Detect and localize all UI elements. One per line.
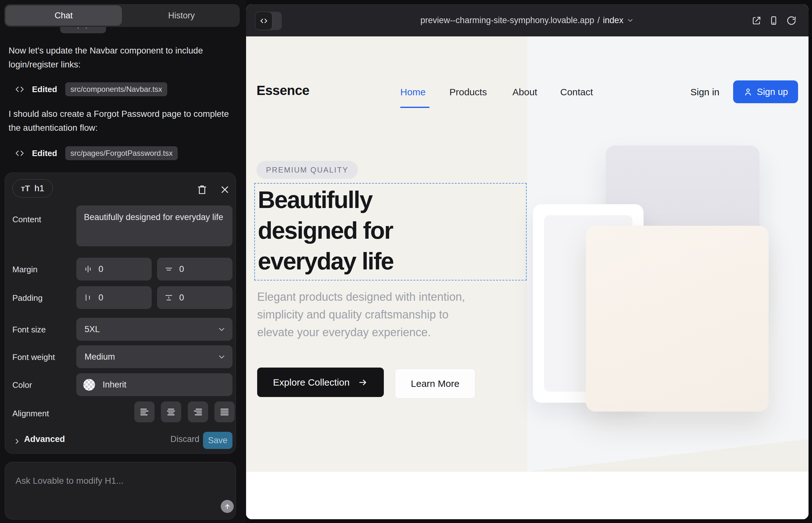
- mobile-view-button[interactable]: [769, 16, 779, 26]
- hero-heading-line: designed for: [258, 215, 393, 246]
- advanced-toggle[interactable]: Advanced: [24, 434, 65, 444]
- margin-y-value: 0: [179, 264, 184, 274]
- hero-description: Elegant products designed with intention…: [257, 288, 465, 341]
- refresh-icon: [786, 16, 796, 26]
- chevron-down-icon: [217, 353, 226, 361]
- edited-label: Edited: [32, 148, 57, 158]
- file-chip[interactable]: src/components/Navbar.tsx: [65, 82, 167, 96]
- user-icon: [743, 87, 753, 96]
- nav-about[interactable]: About: [512, 87, 537, 97]
- alignment-label: Alignment: [12, 409, 49, 418]
- chat-composer: Ask Lovable to modify H1... Attach Edit …: [5, 462, 236, 520]
- edited-label: Edited: [32, 85, 57, 94]
- trash-icon: [196, 183, 208, 196]
- hero-heading-line: everyday life: [258, 246, 393, 276]
- element-tag: h1: [35, 183, 44, 194]
- chat-history-tabs: Chat History: [4, 4, 240, 27]
- selection-outline[interactable]: Beautifully designed for everyday life: [254, 183, 527, 281]
- content-label: Content: [12, 215, 41, 224]
- align-justify-button[interactable]: [214, 401, 235, 422]
- align-center-button[interactable]: [161, 401, 181, 422]
- color-value: Inherit: [103, 380, 126, 390]
- chevron-down-icon: [626, 16, 634, 24]
- edited-file-row: Edited src/pages/ForgotPassword.tsx: [14, 146, 178, 160]
- font-weight-select[interactable]: Medium: [76, 345, 232, 368]
- composer-input[interactable]: Ask Lovable to modify H1...: [16, 476, 124, 486]
- nav-products[interactable]: Products: [449, 87, 487, 97]
- font-size-value: 5XL: [85, 325, 100, 334]
- hero-heading-line: Beautifully: [258, 184, 393, 215]
- explore-collection-button[interactable]: Explore Collection: [257, 367, 384, 397]
- nav-home[interactable]: Home: [400, 87, 426, 97]
- margin-x-input[interactable]: 0: [76, 258, 152, 281]
- chevron-down-icon: [217, 325, 226, 334]
- file-chip[interactable]: src/pages/ForgotPassword.tsx: [65, 146, 178, 160]
- explore-collection-label: Explore Collection: [273, 377, 350, 388]
- browser-chrome: preview--charming-site-symphony.lovable.…: [246, 4, 809, 36]
- discard-button[interactable]: Discard: [170, 434, 199, 444]
- preview-panel: preview--charming-site-symphony.lovable.…: [246, 4, 809, 519]
- color-label: Color: [12, 380, 32, 390]
- arrow-up-icon: [224, 503, 231, 510]
- margin-x-value: 0: [99, 264, 103, 274]
- send-button[interactable]: [221, 500, 234, 513]
- arrow-right-icon: [358, 377, 368, 387]
- decorative-wedge: [527, 439, 809, 472]
- align-center-icon: [166, 407, 176, 417]
- tab-history[interactable]: History: [124, 5, 239, 26]
- code-icon: [14, 148, 25, 159]
- premium-quality-badge: PREMIUM QUALITY: [257, 161, 358, 179]
- nav-active-underline: [400, 107, 429, 108]
- site-bottom-area: [246, 472, 809, 519]
- open-in-new-tab-button[interactable]: [752, 16, 762, 26]
- font-size-label: Font size: [12, 325, 46, 335]
- app-root: Chat History · · Now let's update the Na…: [0, 0, 812, 523]
- hero-section: Essence Home Products About Contact Sign…: [246, 36, 809, 472]
- margin-horizontal-icon: [83, 264, 93, 274]
- font-weight-value: Medium: [85, 352, 115, 362]
- align-right-button[interactable]: [188, 401, 208, 422]
- align-right-icon: [193, 407, 203, 417]
- clipped-file-chip: · ·: [60, 27, 106, 33]
- text-type-icon: тT: [21, 184, 30, 194]
- padding-x-input[interactable]: 0: [76, 286, 152, 309]
- hero-heading: Beautifully designed for everyday life: [258, 184, 393, 276]
- learn-more-button[interactable]: Learn More: [395, 368, 475, 399]
- font-weight-label: Font weight: [12, 353, 55, 362]
- url-bar[interactable]: preview--charming-site-symphony.lovable.…: [246, 4, 809, 36]
- hero-card-cream: [586, 226, 769, 412]
- url-host: preview--charming-site-symphony.lovable.…: [421, 16, 595, 25]
- code-icon: [14, 84, 25, 95]
- padding-horizontal-icon: [83, 293, 93, 302]
- sign-in-link[interactable]: Sign in: [690, 87, 720, 97]
- transparency-swatch-icon: [83, 379, 95, 391]
- edited-file-row: Edited src/components/Navbar.tsx: [14, 82, 167, 96]
- color-select[interactable]: Inherit: [76, 373, 232, 396]
- margin-y-input[interactable]: 0: [157, 258, 232, 281]
- padding-vertical-icon: [164, 293, 174, 302]
- delete-element-button[interactable]: [195, 183, 209, 197]
- close-editor-button[interactable]: [218, 183, 232, 197]
- tab-chat[interactable]: Chat: [5, 5, 122, 26]
- chat-message: Now let's update the Navbar component to…: [8, 44, 232, 72]
- content-input[interactable]: Beautifully designed for everyday life: [76, 205, 232, 246]
- align-left-button[interactable]: [134, 401, 155, 422]
- chat-message: I should also create a Forgot Password p…: [8, 107, 232, 135]
- margin-vertical-icon: [164, 264, 174, 274]
- url-page: index: [603, 16, 623, 25]
- padding-y-input[interactable]: 0: [157, 286, 232, 309]
- padding-y-value: 0: [179, 293, 184, 303]
- site-logo[interactable]: Essence: [257, 83, 310, 98]
- font-size-select[interactable]: 5XL: [76, 318, 232, 341]
- padding-x-value: 0: [99, 293, 103, 303]
- sign-up-label: Sign up: [757, 87, 788, 97]
- refresh-button[interactable]: [786, 16, 796, 26]
- sign-up-button[interactable]: Sign up: [733, 80, 798, 103]
- padding-label: Padding: [12, 293, 42, 303]
- chevron-right-icon: [13, 437, 21, 446]
- hero-description-line: Elegant products designed with intention…: [257, 288, 465, 306]
- save-button[interactable]: Save: [203, 432, 232, 449]
- nav-contact[interactable]: Contact: [560, 87, 593, 97]
- hero-description-line: simplicity and quality craftsmanship to: [257, 306, 465, 324]
- element-editor-panel: тT h1 Content Beautifully designed for e…: [5, 173, 236, 454]
